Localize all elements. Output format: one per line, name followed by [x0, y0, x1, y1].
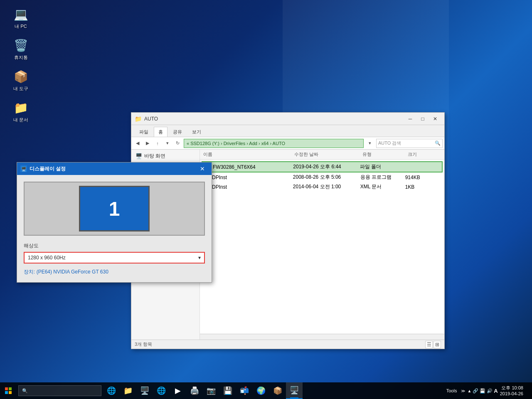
time-display: 오후 10:08: [500, 385, 523, 391]
desktop-icon-my-tools[interactable]: 📦 내 도구: [6, 66, 35, 94]
taskbar-right: Tools ≫ ▲ 🔗 💾 🔊 A 오후 10:08 2019-04-26: [442, 383, 532, 398]
svg-rect-0: [5, 387, 8, 390]
tools-label: Tools: [446, 388, 457, 393]
address-path[interactable]: « SSD128G (Y:) › DriverFiles › Add › x64…: [184, 139, 364, 148]
minimize-button[interactable]: ─: [404, 115, 416, 123]
tray-storage-icon[interactable]: 💾: [480, 388, 485, 394]
dialog-body: 1 해상도 532 x 399 60Hz ▾ 장치: (PE64) NVIDI…: [17, 175, 212, 282]
my-pc-label: 내 PC: [15, 23, 27, 30]
recycle-bin-label: 휴지통: [14, 54, 28, 61]
taskbar-icon-8[interactable]: 📬: [236, 382, 253, 399]
maximize-button[interactable]: □: [417, 115, 429, 123]
monitor-box: 1: [79, 186, 150, 232]
taskbar-search-placeholder: 🔍: [22, 388, 28, 394]
view-icons: ☰ ⊞: [425, 341, 441, 348]
monitor-number: 1: [109, 197, 120, 220]
explorer-title-icon: 📁: [135, 116, 142, 122]
col-date[interactable]: 수정한 날짜: [293, 150, 361, 158]
nav-recent[interactable]: ▾: [163, 139, 172, 148]
svg-rect-2: [5, 391, 8, 394]
taskbar-icon-3[interactable]: 🌐: [153, 382, 170, 399]
file-list-header: 이름 수정한 날짜 유형 크기: [200, 150, 444, 160]
dropdown-arrow-icon: ▾: [198, 255, 201, 261]
close-button[interactable]: ✕: [429, 115, 441, 123]
tab-home[interactable]: 홈: [154, 127, 167, 137]
desktop-icon-my-pc[interactable]: 💻 내 PC: [6, 4, 35, 31]
nav-refresh[interactable]: ↻: [173, 139, 182, 148]
display-settings-dialog: 🖥️ 디스플레이 설정 ✕ 1 해상도 532 x 399 60Hz ▾ 장치…: [17, 162, 212, 283]
sidebar-item-desktop[interactable]: 🖥️ 바탕 화면: [131, 151, 200, 161]
svg-rect-1: [9, 387, 12, 390]
taskbar-icon-7[interactable]: 💾: [219, 382, 236, 399]
tab-view[interactable]: 보기: [187, 127, 206, 137]
address-bar: ◀ ▶ ↑ ▾ ↻ « SSD128G (Y:) › DriverFiles ›…: [131, 137, 444, 150]
desktop-icons: 💻 내 PC 🗑️ 휴지통 📦 내 도구 📁 내 문서: [6, 4, 35, 125]
tray-arrow[interactable]: ≫: [461, 389, 465, 393]
view-details-btn[interactable]: ☰: [425, 341, 433, 348]
dialog-title-icon: 🖥️: [20, 165, 27, 172]
nav-forward[interactable]: ▶: [143, 139, 152, 148]
taskbar: 🔍 🌐 📁 🖥️ 🌐 ▶ 🖨️ 📷 💾 📬 🌍 📦 🖥️ Tools ≫ ▲ 🔗: [0, 382, 532, 399]
taskbar-icon-4[interactable]: ▶: [170, 382, 186, 399]
col-name[interactable]: 이름: [202, 150, 293, 158]
tray-up-icon[interactable]: ▲: [467, 389, 471, 393]
taskbar-icon-5[interactable]: 🖨️: [186, 382, 203, 399]
tab-file[interactable]: 파일: [135, 127, 153, 137]
explorer-titlebar[interactable]: 📁 AUTO ─ □ ✕: [131, 113, 444, 125]
col-size[interactable]: 크기: [406, 150, 443, 158]
my-tools-label: 내 도구: [13, 86, 28, 92]
taskbar-icon-10[interactable]: 📦: [269, 382, 286, 399]
status-text: 3개 항목: [135, 341, 152, 347]
resolution-label: 해상도: [24, 242, 205, 249]
nav-back[interactable]: ◀: [133, 139, 142, 148]
file-name-fw30286: 📁 FW30286_NT6X64: [204, 164, 293, 170]
taskbar-icon-0[interactable]: 🌐: [103, 382, 120, 399]
horizontal-scrollbar[interactable]: [200, 334, 444, 340]
file-list: 📁 FW30286_NT6X64 2019-04-26 오후 6:44 파일 폴…: [200, 160, 444, 334]
taskbar-search[interactable]: 🔍: [18, 385, 101, 396]
taskbar-icon-6[interactable]: 📷: [203, 382, 219, 399]
tray-volume-icon[interactable]: 🔊: [487, 388, 493, 394]
my-pc-icon: 💻: [12, 6, 29, 22]
taskbar-time[interactable]: 오후 10:08 2019-04-26: [500, 385, 523, 397]
show-desktop-button[interactable]: [525, 383, 528, 398]
view-icons-btn[interactable]: ⊞: [433, 341, 441, 348]
resolution-dropdown[interactable]: 532 x 399 60Hz ▾: [24, 252, 205, 264]
nav-buttons: ◀ ▶ ↑ ▾ ↻: [133, 139, 182, 148]
desktop-icon-my-docs[interactable]: 📁 내 문서: [6, 98, 35, 125]
taskbar-icon-2[interactable]: 🖥️: [136, 382, 153, 399]
file-list-area: 이름 수정한 날짜 유형 크기 📁 FW30286_NT6X64 2019-04…: [200, 150, 444, 340]
ribbon: 파일 홈 공유 보기: [131, 125, 444, 137]
my-tools-icon: 📦: [12, 68, 29, 85]
desktop-icon-recycle-bin[interactable]: 🗑️ 휴지통: [6, 35, 35, 62]
tray-lang-icon[interactable]: A: [494, 388, 498, 394]
window-controls: ─ □ ✕: [404, 115, 441, 123]
file-row-fw30286[interactable]: 📁 FW30286_NT6X64 2019-04-26 오후 6:44 파일 폴…: [202, 161, 443, 172]
ribbon-tabs: 파일 홈 공유 보기: [131, 125, 444, 137]
file-row-dpinst-xml[interactable]: 📄 DPInst 2014-06-04 오전 1:00 XML 문서 1KB: [202, 182, 443, 192]
file-row-dpinst-app[interactable]: 🖥️ DPInst 2008-08-26 오후 5:06 응용 프로그램 914…: [202, 172, 443, 182]
desktop: 💻 내 PC 🗑️ 휴지통 📦 내 도구 📁 내 문서 📁 AUTO ─ □ ✕: [0, 0, 532, 399]
taskbar-tray: ▲ 🔗 💾 🔊 A: [467, 388, 498, 394]
file-name-dpinst-app: 🖥️ DPInst: [203, 174, 293, 181]
search-box[interactable]: AUTO 검색 🔍: [376, 139, 443, 148]
taskbar-icon-1[interactable]: 📁: [120, 382, 136, 399]
date-display: 2019-04-26: [500, 391, 523, 397]
desktop-icon: 🖥️: [135, 153, 142, 159]
dialog-titlebar[interactable]: 🖥️ 디스플레이 설정 ✕: [17, 163, 212, 175]
resolution-value: 532 x 399 60Hz: [28, 255, 66, 261]
my-docs-icon: 📁: [12, 99, 29, 116]
start-button[interactable]: [0, 382, 17, 399]
col-type[interactable]: 유형: [361, 150, 406, 158]
search-text: AUTO 검색: [378, 140, 433, 146]
start-icon: [5, 387, 12, 394]
taskbar-icon-explorer[interactable]: 🖥️: [286, 382, 303, 399]
search-icon[interactable]: 🔍: [435, 140, 441, 146]
tab-share[interactable]: 공유: [168, 127, 187, 137]
tray-network-icon[interactable]: 🔗: [473, 388, 478, 394]
dialog-close-button[interactable]: ✕: [197, 165, 208, 173]
nav-up[interactable]: ↑: [153, 139, 162, 148]
taskbar-icon-9[interactable]: 🌍: [253, 382, 269, 399]
svg-rect-3: [9, 391, 12, 394]
address-dropdown[interactable]: ▾: [365, 139, 374, 148]
